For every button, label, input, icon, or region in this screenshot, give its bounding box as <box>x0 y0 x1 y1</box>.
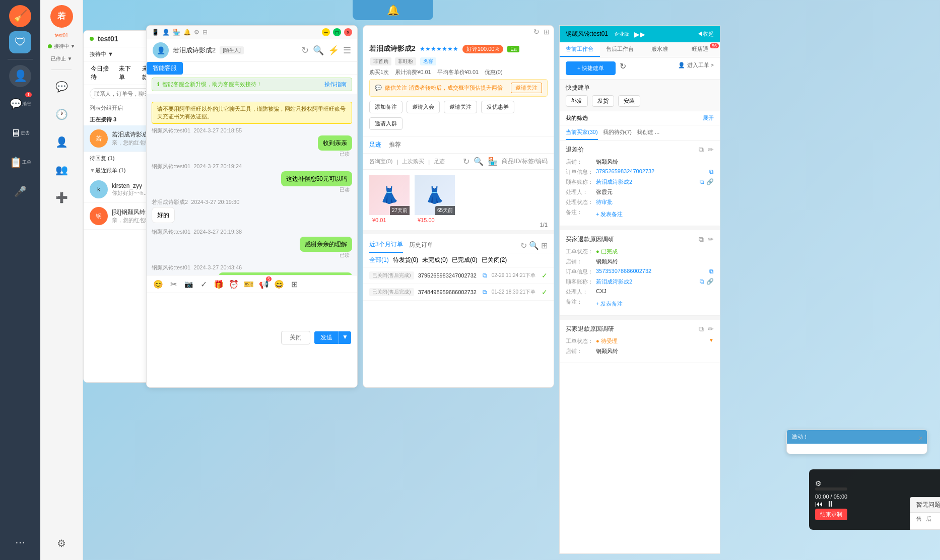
quick-build-button[interactable]: + 快捷建单 <box>566 61 616 75</box>
sidebar-item-contact[interactable]: 👤 <box>49 129 74 155</box>
alert-icon[interactable]: 📢5 <box>258 278 270 290</box>
filter-incomplete[interactable]: 未完成(0) <box>422 256 448 264</box>
ship-button[interactable]: 发货 <box>592 95 614 107</box>
close-chat-button[interactable]: 关闭 <box>281 331 310 344</box>
copy-order-id-1[interactable]: ⧉ <box>709 168 714 176</box>
chat-messages-area[interactable]: 请不要用阿里旺旺以外的其它聊天工具，谨防被骗，网站只授权阿里旺旺账号天充证书为有… <box>147 94 357 275</box>
crm-nav-prefront[interactable]: 告前工作台 <box>560 42 600 57</box>
invite-follow-action[interactable]: 邀请关注 <box>444 101 477 113</box>
add-note-btn-1[interactable]: + 发表备注 <box>596 211 623 218</box>
value-order-id-2[interactable]: 357353078686002732 <box>596 268 707 275</box>
crm-fold-icon[interactable]: ▶▶ <box>634 30 645 38</box>
face-icon[interactable]: 😄 <box>274 278 285 290</box>
image-icon[interactable]: 📷 <box>183 278 194 290</box>
install-button[interactable]: 安装 <box>618 95 640 107</box>
tab-footprint[interactable]: 足迹 <box>369 141 381 149</box>
minimize-button[interactable]: ─ <box>322 28 330 36</box>
crm-nav-store[interactable]: 旺店通 56 <box>680 42 720 57</box>
search-product-icon[interactable]: 🔍 <box>474 157 484 166</box>
app-icon-desktop[interactable]: 🖥 进去 <box>8 120 33 146</box>
video-rewind-icon[interactable]: ⏮ <box>815 500 823 509</box>
enter-workorder-link[interactable]: 👤 进入工单 > <box>678 61 714 75</box>
coupon-icon[interactable]: 🎫 <box>243 278 254 290</box>
crm-collapse-btn[interactable]: ◀收起 <box>697 30 714 38</box>
refresh-panel-icon[interactable]: ↻ <box>533 28 540 36</box>
wo-status-dropdown[interactable]: ▼ <box>709 337 714 345</box>
edit-work-order-icon-3[interactable]: ✏ <box>708 325 714 333</box>
tab-today[interactable]: 今日接待 <box>88 63 114 83</box>
order-check-icon-1[interactable]: ✓ <box>542 271 548 279</box>
order-refresh-icon[interactable]: ↻ <box>520 241 527 250</box>
sidebar-item-chat[interactable]: 💬 <box>49 74 74 99</box>
menu-icon[interactable]: ☰ <box>343 45 351 56</box>
buyer-tab-pending[interactable]: 我的待办(7) <box>603 125 632 140</box>
shop-icon[interactable]: 🏪 <box>173 29 180 36</box>
value-customer-1[interactable]: 若泪成诗影成2 <box>596 178 698 186</box>
close-button[interactable]: × <box>344 28 352 36</box>
translate-icon[interactable]: ⚡ <box>328 45 339 56</box>
value-customer-2[interactable]: 若泪成诗影成2 <box>596 278 698 286</box>
settings-icon[interactable]: ⚙ <box>194 29 199 36</box>
person-icon[interactable]: 👤 <box>162 29 170 36</box>
sidebar-item-team[interactable]: 👥 <box>49 157 74 182</box>
clock-icon[interactable]: ⏰ <box>228 278 239 290</box>
order-copy-icon-2[interactable]: ⧉ <box>483 289 487 296</box>
app-icon-mic[interactable]: 🎤 <box>8 179 33 204</box>
filter-all[interactable]: 全部(1) <box>369 256 389 264</box>
sidebar-item-history[interactable]: 🕐 <box>49 102 74 127</box>
app-icon-work[interactable]: 📋 工单 <box>8 150 33 175</box>
filter-closed[interactable]: 已关闭(2) <box>482 256 507 264</box>
rotate-icon[interactable]: ↻ <box>463 157 469 166</box>
tab-recommend[interactable]: 推荐 <box>389 141 401 149</box>
maximize-button[interactable]: □ <box>333 28 341 36</box>
app-icon-message[interactable]: 💬 1 消息 <box>8 91 33 116</box>
items-per-row[interactable]: 商品ID/标签/编码 <box>502 157 548 166</box>
edit-work-order-icon-2[interactable]: ✏ <box>708 235 714 244</box>
send-coupon-action[interactable]: 发优惠券 <box>481 101 514 113</box>
notice-close-button[interactable]: × <box>919 434 923 442</box>
copy-customer-2[interactable]: ⧉ <box>700 278 704 286</box>
video-settings-icon[interactable]: ⚙ 00:00 / 05:00 ⏮ ⏸ 结束录制 <box>815 479 847 520</box>
copy-customer-1[interactable]: ⧉ <box>700 178 704 186</box>
app-icon-more[interactable]: ⋯ <box>8 530 33 555</box>
crm-nav-service[interactable]: 服水准 <box>640 42 680 57</box>
app-icon-cleanup[interactable]: 🧹 <box>9 5 31 27</box>
gift-icon[interactable]: 🎁 <box>213 278 224 290</box>
check-icon[interactable]: ✓ <box>198 278 209 290</box>
copy-work-order-icon-3[interactable]: ⧉ <box>699 325 704 333</box>
invite-club-action[interactable]: 邀请入会 <box>407 101 440 113</box>
add-note-action[interactable]: 添加备注 <box>369 101 402 113</box>
send-dropdown-button[interactable]: ▼ <box>339 331 351 344</box>
merchant-icon[interactable]: 🏪 <box>488 157 498 166</box>
sidebar-item-settings[interactable]: ⚙ <box>49 531 74 556</box>
order-expand-icon[interactable]: ⊞ <box>541 241 548 250</box>
invite-group-action[interactable]: 邀请入群 <box>369 117 402 130</box>
copy-work-order-icon[interactable]: ⧉ <box>699 146 704 154</box>
resend-button[interactable]: 补发 <box>566 95 588 107</box>
mobile-icon[interactable]: 📱 <box>152 29 159 36</box>
buyer-tab-current[interactable]: 当前买家(30) <box>566 125 598 140</box>
copy-work-order-icon-2[interactable]: ⧉ <box>699 235 704 244</box>
crm-refresh-icon[interactable]: ↻ <box>620 61 626 75</box>
filter-pending-ship[interactable]: 待发货(0) <box>393 256 419 264</box>
order-tab-history[interactable]: 历史订单 <box>409 239 433 252</box>
screen-icon[interactable]: ⊟ <box>203 29 208 36</box>
customer-link-icon-1[interactable]: 🔗 <box>706 178 714 186</box>
customer-link-icon-2[interactable]: 🔗 <box>706 278 714 286</box>
scissors-icon[interactable]: ✂ <box>168 278 179 290</box>
expand-panel-icon[interactable]: ⊞ <box>544 28 550 36</box>
edit-work-order-icon[interactable]: ✏ <box>708 146 714 154</box>
add-note-btn-2[interactable]: + 发表备注 <box>596 300 623 308</box>
chat-input[interactable] <box>153 297 351 327</box>
buyer-tab-created[interactable]: 我创建 ... <box>637 125 659 140</box>
copy-order-id-2[interactable]: ⧉ <box>709 268 714 275</box>
search-chat-icon[interactable]: 🔍 <box>313 45 324 56</box>
my-filter-expand[interactable]: 展开 <box>703 114 714 122</box>
operation-guide-link[interactable]: 操作指南 <box>324 81 347 88</box>
order-check-icon-2[interactable]: ✓ <box>542 288 548 296</box>
refresh-icon[interactable]: ↻ <box>301 45 309 56</box>
order-search-icon[interactable]: 🔍 <box>529 241 539 250</box>
end-recording-button[interactable]: 结束录制 <box>815 509 847 520</box>
value-order-id-1[interactable]: 3795265983247002732 <box>596 168 707 176</box>
emoji-icon[interactable]: 😊 <box>153 278 164 290</box>
